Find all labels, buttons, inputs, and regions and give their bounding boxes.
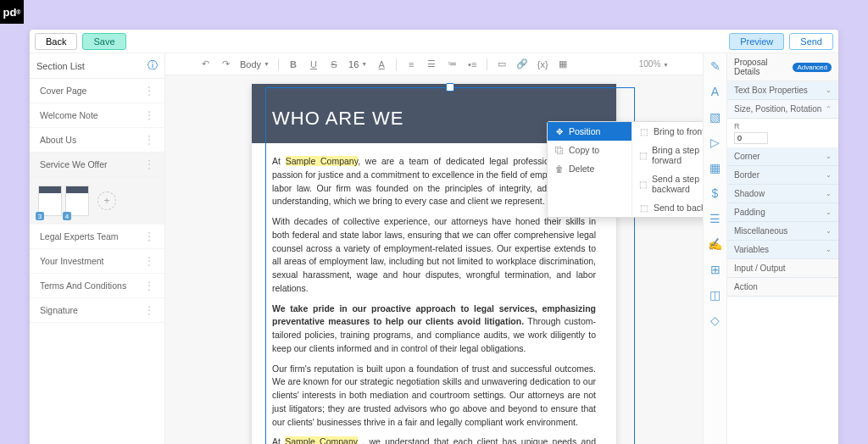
back-button[interactable]: Back (35, 33, 77, 50)
page-thumb[interactable]: 4 (65, 186, 89, 216)
section-item[interactable]: Service We Offer⋮ (30, 153, 164, 177)
rotation-input[interactable] (734, 132, 768, 144)
drag-icon[interactable]: ⋮ (144, 230, 154, 242)
layer-icon: ⬚ (639, 203, 648, 213)
chevron-down-icon: ⌄ (826, 227, 832, 235)
section-item[interactable]: Your Investment⋮ (30, 249, 164, 274)
font-select[interactable]: Body▼ (240, 59, 270, 69)
chevron-down-icon: ⌄ (826, 246, 832, 253)
drag-icon[interactable]: ⋮ (144, 255, 154, 267)
tool-strip: ✎ A ▧ ▷ ▦ $ ☰ ✍ ⊞ ◫ ◇ (704, 53, 727, 444)
redo-icon[interactable]: ↷ (220, 58, 231, 70)
numbered-list-icon[interactable]: ≔ (446, 58, 458, 70)
menu-icon: ✥ (554, 127, 564, 136)
context-menu-item[interactable]: ⬚Send a step backward (632, 169, 703, 198)
table-icon[interactable]: ▦ (557, 58, 569, 70)
font-size-select[interactable]: 16▼ (348, 59, 367, 69)
section-item[interactable]: Cover Page⋮ (30, 79, 164, 103)
section-item[interactable]: Legal Experts Team⋮ (30, 225, 164, 249)
section-item[interactable]: About Us⋮ (30, 128, 164, 153)
variables-row[interactable]: Variables⌄ (727, 241, 838, 259)
app-window: Back Save Preview Send Section List ⓘ Co… (30, 30, 838, 444)
underline-icon[interactable]: U (308, 58, 320, 70)
action-row[interactable]: Action (727, 278, 838, 297)
form-icon[interactable]: ✍ (708, 236, 723, 252)
undo-icon[interactable]: ↶ (199, 58, 211, 70)
image-tool-icon[interactable]: ▧ (708, 109, 723, 125)
chevron-up-icon: ⌃ (826, 105, 832, 113)
field-icon[interactable]: ⊞ (708, 262, 723, 277)
properties-panel: ✎ A ▧ ▷ ▦ $ ☰ ✍ ⊞ ◫ ◇ Proposal Details A… (703, 53, 838, 444)
drag-icon[interactable]: ⋮ (144, 134, 154, 146)
property-group[interactable]: Shadow⌄ (727, 185, 838, 203)
size-position-rotation[interactable]: Size, Position, Rotation⌃ (727, 100, 838, 119)
section-list-panel: Section List ⓘ Cover Page⋮Welcome Note⋮A… (30, 53, 165, 444)
property-group[interactable]: Miscellaneous⌄ (727, 222, 838, 241)
link-icon[interactable]: 🔗 (516, 58, 528, 70)
selection-handle[interactable] (446, 83, 454, 92)
chevron-down-icon: ⌄ (826, 208, 832, 216)
layer-icon: ⬚ (639, 127, 648, 136)
menu-icon: 🗑 (554, 164, 564, 174)
price-icon[interactable]: $ (708, 186, 723, 201)
context-menu-item[interactable]: ⬚Bring a step forward (632, 141, 703, 169)
menu-icon: ⿻ (554, 146, 564, 155)
advanced-badge[interactable]: Advanced (793, 63, 832, 72)
chevron-down-icon: ⌄ (826, 190, 832, 197)
preview-button[interactable]: Preview (729, 33, 784, 50)
toc-icon[interactable]: ☰ (708, 211, 723, 226)
drag-icon[interactable]: ⋮ (144, 109, 154, 121)
shape-icon[interactable]: ◇ (708, 313, 723, 328)
property-group[interactable]: Corner⌄ (727, 147, 838, 166)
section-item[interactable]: Signature⋮ (30, 298, 164, 323)
section-item[interactable]: Welcome Note⋮ (30, 103, 164, 128)
align-left-icon[interactable]: ≡ (405, 58, 417, 70)
property-group[interactable]: Border⌄ (727, 166, 838, 185)
pointer-icon[interactable]: ✎ (708, 58, 723, 74)
save-button[interactable]: Save (82, 33, 125, 50)
bold-icon[interactable]: B (287, 58, 299, 70)
zoom-select[interactable]: 100% ▼ (639, 59, 669, 69)
format-toolbar: ↶ ↷ Body▼ B U S 16▼ A ≡ ☰ ≔ •≡ ▭ 🔗 {x} ▦… (165, 53, 703, 75)
context-menu-item[interactable]: ⬚Bring to front (632, 122, 703, 141)
text-icon[interactable]: A (708, 84, 723, 99)
layer-icon: ⬚ (639, 180, 647, 189)
context-menu-item[interactable]: ⿻Copy to (548, 141, 632, 159)
app-logo: pd® (0, 0, 24, 24)
image-icon[interactable]: ▭ (496, 58, 508, 70)
rotation-field: R (727, 119, 838, 147)
drag-icon[interactable]: ⋮ (144, 304, 154, 316)
text-box-properties[interactable]: Text Box Properties⌄ (727, 81, 838, 100)
layer-icon: ⬚ (639, 151, 647, 160)
chevron-down-icon: ⌄ (826, 171, 832, 179)
property-group[interactable]: Padding⌄ (727, 203, 838, 222)
text-color-icon[interactable]: A (376, 58, 387, 70)
send-button[interactable]: Send (789, 33, 833, 50)
block-icon[interactable]: ◫ (708, 287, 723, 302)
var-icon[interactable]: {x} (537, 58, 548, 70)
context-menu-item[interactable]: ✥Position (548, 122, 632, 141)
context-menu-item[interactable]: 🗑Delete (548, 159, 632, 178)
context-menu-item[interactable]: ⬚Send to back (632, 198, 703, 217)
section-list-header: Section List ⓘ (30, 53, 164, 79)
drag-icon[interactable]: ⋮ (144, 280, 154, 291)
input-output-row[interactable]: Input / Output (727, 259, 838, 278)
table-tool-icon[interactable]: ▦ (708, 160, 723, 175)
drag-icon[interactable]: ⋮ (144, 158, 154, 170)
bullet-list-icon[interactable]: •≡ (466, 58, 478, 70)
line-height-icon[interactable]: ☰ (426, 58, 437, 70)
canvas-area: ↶ ↷ Body▼ B U S 16▼ A ≡ ☰ ≔ •≡ ▭ 🔗 {x} ▦… (165, 53, 703, 444)
info-icon[interactable]: ⓘ (147, 58, 158, 73)
video-icon[interactable]: ▷ (708, 135, 723, 150)
context-menu: ✥Position⿻Copy to🗑Delete ⬚Bring to front… (547, 121, 703, 218)
chevron-down-icon: ⌄ (826, 86, 832, 94)
topbar: Back Save Preview Send (30, 30, 838, 53)
page-thumb[interactable]: 3 (38, 186, 62, 216)
drag-icon[interactable]: ⋮ (144, 85, 154, 97)
section-item[interactable]: Terms And Conditions⋮ (30, 274, 164, 298)
chevron-down-icon: ⌄ (826, 153, 832, 160)
add-page-button[interactable]: + (97, 191, 116, 210)
proposal-details-header: Proposal Details Advanced (727, 53, 838, 81)
strike-icon[interactable]: S (328, 58, 340, 70)
